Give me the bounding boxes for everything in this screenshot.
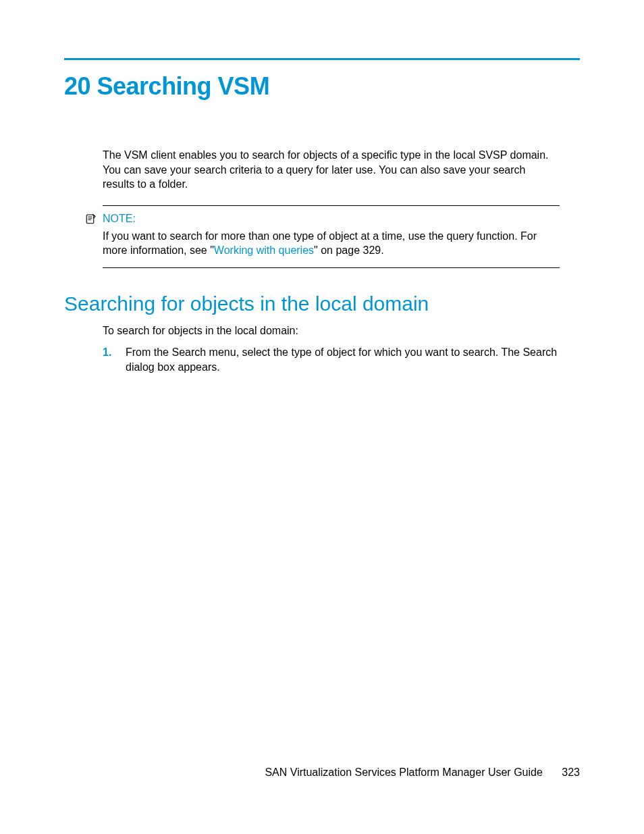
list-text: From the Search menu, select the type of… xyxy=(126,345,560,374)
chapter-title: 20 Searching VSM xyxy=(64,72,580,101)
section-heading: Searching for objects in the local domai… xyxy=(64,292,580,315)
working-with-queries-link[interactable]: Working with queries xyxy=(214,244,314,256)
list-item: 1. From the Search menu, select the type… xyxy=(103,345,560,374)
note-header: NOTE: xyxy=(103,213,560,225)
footer-doc-title: SAN Virtualization Services Platform Man… xyxy=(265,766,542,778)
intro-paragraph: The VSM client enables you to search for… xyxy=(103,148,560,192)
note-label: NOTE: xyxy=(103,213,136,225)
svg-rect-0 xyxy=(86,215,94,224)
footer-page-number: 323 xyxy=(562,766,580,778)
ordered-list: 1. From the Search menu, select the type… xyxy=(103,345,560,374)
section-intro: To search for objects in the local domai… xyxy=(103,325,580,337)
page-footer: SAN Virtualization Services Platform Man… xyxy=(265,766,580,779)
note-block: NOTE: If you want to search for more tha… xyxy=(103,205,560,268)
note-body-suffix: " on page 329. xyxy=(314,244,384,256)
note-body: If you want to search for more than one … xyxy=(103,229,560,258)
list-number: 1. xyxy=(103,345,126,374)
note-bottom-rule xyxy=(103,267,560,268)
top-rule xyxy=(64,58,580,60)
note-top-rule xyxy=(103,205,560,206)
note-icon xyxy=(85,213,97,225)
